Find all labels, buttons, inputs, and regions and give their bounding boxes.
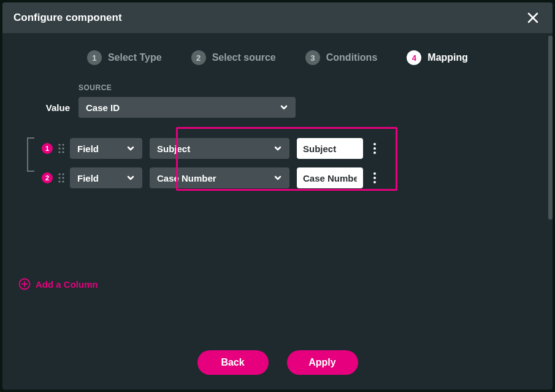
svg-point-17 — [373, 172, 376, 175]
field-select[interactable]: Case Number — [150, 167, 289, 188]
drag-handle-icon — [58, 172, 65, 183]
svg-point-8 — [373, 143, 376, 145]
alias-input[interactable] — [297, 138, 363, 159]
svg-point-13 — [58, 177, 60, 179]
svg-point-19 — [373, 181, 376, 183]
mapping-rows: 1 Field Subject — [27, 134, 379, 193]
svg-point-6 — [58, 151, 60, 153]
chevron-down-icon — [274, 174, 282, 182]
row-badge: 2 — [42, 172, 53, 183]
type-select-text: Field — [77, 144, 99, 154]
value-select[interactable]: Case ID — [78, 97, 296, 118]
close-button[interactable] — [524, 9, 542, 26]
svg-point-12 — [62, 173, 64, 175]
chevron-down-icon — [126, 174, 135, 182]
drag-handle[interactable] — [58, 172, 65, 183]
add-column-label: Add a Column — [36, 279, 98, 290]
field-select[interactable]: Subject — [150, 138, 289, 159]
more-vertical-icon — [373, 172, 377, 184]
plus-circle-icon — [18, 278, 31, 290]
svg-point-9 — [373, 147, 376, 150]
svg-point-7 — [62, 151, 64, 153]
step-select-type[interactable]: 1 Select Type — [87, 50, 162, 65]
mapping-row-2: 2 Field Case Number — [27, 163, 379, 193]
configure-component-modal: Configure component 1 Select Type 2 Sele… — [2, 2, 553, 390]
step-label: Select source — [212, 52, 276, 63]
alias-input[interactable] — [297, 167, 363, 188]
scrollbar-thumb[interactable] — [548, 36, 553, 220]
svg-point-3 — [62, 144, 64, 145]
drag-handle-icon — [58, 143, 65, 154]
row-menu-button[interactable] — [370, 169, 379, 186]
scrollbar[interactable] — [548, 36, 553, 220]
field-select-text: Subject — [157, 144, 190, 154]
modal-title: Configure component — [13, 12, 122, 24]
step-number: 1 — [87, 50, 102, 65]
type-select[interactable]: Field — [70, 167, 142, 188]
modal-header: Configure component — [2, 2, 553, 33]
svg-point-5 — [62, 147, 64, 149]
mapping-row-1: 1 Field Subject — [27, 134, 379, 163]
svg-point-11 — [58, 173, 60, 175]
step-number: 4 — [407, 50, 421, 65]
svg-point-18 — [373, 177, 376, 179]
field-select-text: Case Number — [157, 173, 216, 183]
wizard-stepper: 1 Select Type 2 Select source 3 Conditio… — [2, 50, 553, 65]
row-badge: 1 — [42, 143, 53, 154]
value-row: Value Case ID — [2, 97, 296, 118]
row-menu-button[interactable] — [370, 140, 379, 157]
step-number: 2 — [191, 50, 206, 65]
chevron-down-icon — [126, 144, 135, 153]
step-label: Mapping — [427, 52, 468, 63]
svg-point-10 — [373, 152, 376, 154]
type-select[interactable]: Field — [70, 138, 142, 159]
svg-point-2 — [58, 144, 60, 145]
step-select-source[interactable]: 2 Select source — [191, 50, 276, 65]
drag-handle[interactable] — [58, 143, 65, 154]
svg-point-15 — [58, 180, 60, 182]
modal-body: SOURCE Value Case ID 1 — [2, 83, 553, 339]
add-column-button[interactable]: Add a Column — [18, 278, 98, 290]
value-label: Value — [2, 102, 78, 113]
back-button[interactable]: Back — [197, 350, 269, 375]
svg-point-16 — [62, 180, 64, 182]
modal-footer: Back Apply — [2, 339, 553, 390]
source-heading: SOURCE — [78, 83, 112, 92]
step-mapping[interactable]: 4 Mapping — [407, 50, 468, 65]
step-label: Conditions — [326, 52, 378, 63]
value-select-text: Case ID — [86, 102, 120, 113]
chevron-down-icon — [274, 144, 282, 153]
step-conditions[interactable]: 3 Conditions — [305, 50, 378, 65]
svg-point-4 — [58, 147, 60, 149]
type-select-text: Field — [77, 173, 99, 183]
apply-button[interactable]: Apply — [287, 350, 358, 375]
more-vertical-icon — [373, 142, 377, 155]
svg-point-14 — [62, 177, 64, 179]
step-label: Select Type — [108, 52, 162, 63]
step-number: 3 — [305, 50, 320, 65]
close-icon — [527, 12, 539, 24]
chevron-down-icon — [280, 103, 288, 112]
